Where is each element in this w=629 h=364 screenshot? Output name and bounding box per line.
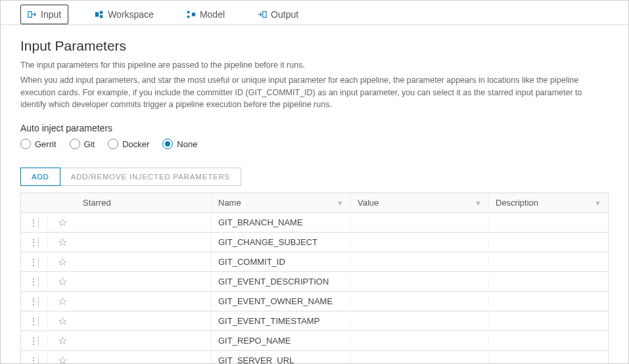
star-icon[interactable]: ☆ bbox=[58, 256, 67, 268]
drag-handle-icon[interactable]: ⋮ bbox=[29, 277, 37, 287]
svg-rect-2 bbox=[100, 11, 103, 14]
tab-input[interactable]: Input bbox=[20, 5, 68, 24]
radio-none[interactable]: None bbox=[162, 139, 197, 149]
radio-icon bbox=[70, 139, 80, 149]
cell-starred bbox=[76, 238, 211, 247]
cell-description bbox=[488, 238, 608, 247]
cell-description bbox=[488, 297, 608, 306]
radio-icon bbox=[108, 139, 118, 149]
cell-value bbox=[350, 218, 488, 227]
tab-bar: Input Workspace Model Output bbox=[1, 1, 628, 25]
star-icon[interactable]: ☆ bbox=[58, 216, 67, 229]
table-row[interactable]: ⋮☆GIT_SERVER_URL bbox=[21, 351, 608, 364]
tab-output[interactable]: Output bbox=[251, 5, 305, 24]
radio-label: None bbox=[177, 139, 197, 149]
drag-handle-icon[interactable]: ⋮ bbox=[29, 336, 37, 346]
radio-git[interactable]: Git bbox=[70, 139, 95, 149]
table-row[interactable]: ⋮☆GIT_CHANGE_SUBJECT bbox=[21, 233, 608, 252]
drag-handle-icon[interactable]: ⋮ bbox=[29, 316, 37, 327]
page-desc-1: The input parameters for this pipeline a… bbox=[20, 59, 609, 72]
cell-name: GIT_SERVER_URL bbox=[211, 351, 350, 364]
star-icon[interactable]: ☆ bbox=[58, 315, 67, 327]
workspace-icon bbox=[95, 10, 104, 19]
drag-handle-icon[interactable]: ⋮ bbox=[29, 257, 37, 267]
cell-name: GIT_EVENT_TIMESTAMP bbox=[211, 311, 350, 330]
cell-name: GIT_BRANCH_NAME bbox=[211, 213, 350, 232]
table-row[interactable]: ⋮☆GIT_EVENT_OWNER_NAME bbox=[21, 292, 608, 311]
cell-description bbox=[488, 356, 608, 365]
radio-label: Gerrit bbox=[35, 139, 57, 149]
cell-name: GIT_EVENT_OWNER_NAME bbox=[211, 292, 350, 311]
cell-description bbox=[488, 336, 608, 346]
radio-gerrit[interactable]: Gerrit bbox=[20, 139, 57, 149]
tab-label: Output bbox=[271, 9, 298, 20]
col-header-starred[interactable]: Starred bbox=[76, 193, 211, 212]
tab-label: Input bbox=[41, 9, 61, 20]
cell-starred bbox=[76, 218, 211, 227]
tab-label: Workspace bbox=[108, 9, 154, 20]
star-icon[interactable]: ☆ bbox=[58, 334, 67, 347]
cell-description bbox=[488, 317, 608, 326]
drag-handle-icon[interactable]: ⋮ bbox=[29, 355, 37, 365]
page-desc-2: When you add input parameters, and star … bbox=[20, 74, 609, 111]
cell-value bbox=[350, 297, 488, 306]
cell-value bbox=[350, 317, 488, 326]
star-icon[interactable]: ☆ bbox=[58, 275, 67, 288]
table-row[interactable]: ⋮☆GIT_REPO_NAME bbox=[21, 331, 608, 351]
col-header-label: Value bbox=[358, 198, 379, 208]
star-icon[interactable]: ☆ bbox=[58, 236, 67, 248]
svg-rect-6 bbox=[192, 12, 195, 16]
radio-icon bbox=[162, 139, 173, 149]
table-row[interactable]: ⋮☆GIT_COMMIT_ID bbox=[21, 252, 608, 272]
radio-icon bbox=[20, 139, 31, 149]
auto-inject-label: Auto inject parameters bbox=[20, 123, 609, 133]
model-icon bbox=[187, 10, 196, 19]
svg-rect-0 bbox=[28, 12, 32, 18]
table-row[interactable]: ⋮☆GIT_EVENT_DESCRIPTION bbox=[21, 272, 608, 292]
svg-rect-3 bbox=[100, 15, 103, 18]
col-header-label: Name bbox=[218, 198, 241, 208]
cell-name: GIT_COMMIT_ID bbox=[211, 252, 350, 271]
radio-label: Git bbox=[84, 139, 95, 149]
tab-model[interactable]: Model bbox=[180, 5, 231, 24]
col-header-description[interactable]: Description ▼ bbox=[488, 193, 608, 212]
star-icon[interactable]: ☆ bbox=[58, 295, 67, 307]
drag-handle-icon[interactable]: ⋮ bbox=[29, 237, 37, 248]
drag-handle-icon[interactable]: ⋮ bbox=[29, 296, 37, 307]
table-row[interactable]: ⋮☆GIT_BRANCH_NAME bbox=[21, 213, 608, 233]
svg-rect-5 bbox=[187, 16, 190, 18]
cell-starred bbox=[76, 336, 211, 346]
output-icon bbox=[258, 10, 267, 19]
cell-description bbox=[488, 258, 608, 267]
col-header-value[interactable]: Value ▼ bbox=[350, 193, 488, 212]
auto-inject-radio-group: Gerrit Git Docker None bbox=[20, 139, 609, 149]
cell-description bbox=[488, 277, 608, 286]
filter-icon[interactable]: ▼ bbox=[594, 199, 601, 207]
cell-starred bbox=[76, 356, 211, 365]
page-title: Input Parameters bbox=[20, 38, 609, 54]
filter-icon[interactable]: ▼ bbox=[337, 199, 344, 207]
cell-value bbox=[350, 258, 488, 267]
cell-description bbox=[488, 218, 608, 227]
tab-workspace[interactable]: Workspace bbox=[88, 5, 160, 24]
input-icon bbox=[28, 10, 37, 19]
add-button[interactable]: ADD bbox=[20, 168, 60, 186]
cell-name: GIT_CHANGE_SUBJECT bbox=[211, 233, 350, 252]
col-header-name[interactable]: Name ▼ bbox=[211, 193, 350, 212]
svg-rect-7 bbox=[263, 12, 266, 18]
parameters-table: Starred Name ▼ Value ▼ Description ▼ ⋮☆G… bbox=[20, 193, 609, 364]
radio-label: Docker bbox=[122, 139, 149, 149]
radio-docker[interactable]: Docker bbox=[108, 139, 149, 149]
filter-icon[interactable]: ▼ bbox=[475, 199, 482, 207]
cell-starred bbox=[76, 297, 211, 306]
cell-value bbox=[350, 356, 488, 365]
cell-value bbox=[350, 277, 488, 286]
star-icon[interactable]: ☆ bbox=[58, 354, 67, 364]
table-row[interactable]: ⋮☆GIT_EVENT_TIMESTAMP bbox=[21, 311, 608, 331]
add-remove-injected-button[interactable]: ADD/REMOVE INJECTED PARAMETERS bbox=[60, 168, 241, 186]
cell-value bbox=[350, 238, 488, 247]
drag-handle-icon[interactable]: ⋮ bbox=[29, 217, 37, 228]
cell-name: GIT_REPO_NAME bbox=[211, 331, 350, 350]
cell-name: GIT_EVENT_DESCRIPTION bbox=[211, 272, 350, 291]
cell-value bbox=[350, 336, 488, 346]
